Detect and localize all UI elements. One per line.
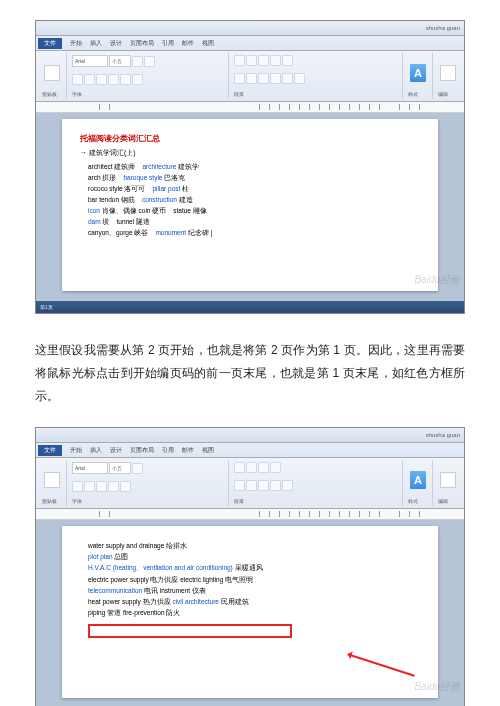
tab-design[interactable]: 设计	[110, 446, 122, 455]
title-bar: shusha guan	[36, 21, 464, 36]
multilevel-icon[interactable]	[258, 55, 269, 66]
grow-font-icon[interactable]	[132, 463, 143, 474]
shading-icon[interactable]	[282, 73, 293, 84]
keyword: plot plan	[88, 553, 113, 560]
align-center-icon[interactable]	[246, 480, 257, 491]
doc-line: telecommunication 电讯 instrument 仪表	[88, 585, 420, 596]
keyword: civil architecture	[172, 598, 219, 605]
strike-icon[interactable]	[108, 481, 119, 492]
bullets-icon[interactable]	[234, 55, 245, 66]
justify-icon[interactable]	[270, 480, 281, 491]
font-name-select[interactable]: Arial	[72, 462, 108, 474]
file-tab[interactable]: 文件	[38, 38, 62, 49]
cursor-position-highlight	[88, 624, 292, 638]
paragraph-label: 段落	[234, 91, 398, 97]
tab-mailings[interactable]: 邮件	[182, 39, 194, 48]
tab-layout[interactable]: 页面布局	[130, 446, 154, 455]
keyword: monument	[155, 229, 186, 236]
keyword: architecture	[142, 163, 176, 170]
align-left-icon[interactable]	[234, 73, 245, 84]
font-label: 字体	[72, 91, 224, 97]
keyword: H.V.A.C (heating、ventilation and air con…	[88, 564, 233, 571]
ribbon-tabs: 文件 开始 插入 设计 页面布局 引用 邮件 视图	[36, 443, 464, 458]
align-right-icon[interactable]	[258, 73, 269, 84]
doc-line: plot plan 总图	[88, 551, 420, 562]
edit-group: 编辑	[434, 460, 462, 506]
doc-line: electric power supply 电力供应 electric ligh…	[88, 574, 420, 585]
doc-line: water supply and drainage 给排水	[88, 540, 420, 551]
file-tab[interactable]: 文件	[38, 445, 62, 456]
find-icon[interactable]	[440, 65, 456, 81]
doc-line: architect 建筑师 architecture 建筑学	[88, 161, 420, 172]
clipboard-group: 剪贴板	[38, 53, 67, 99]
doc-line: canyon、gorge 峡谷 monument 纪念碑 |	[88, 227, 420, 238]
font-name-select[interactable]: Arial	[72, 55, 108, 67]
instruction-text: 这里假设我需要从第 2 页开始，也就是将第 2 页作为第 1 页。因此，这里再需…	[35, 339, 465, 407]
indent-left-icon[interactable]	[270, 55, 281, 66]
word-window-1: shusha guan 文件 开始 插入 设计 页面布局 引用 邮件 视图 剪贴…	[35, 20, 465, 314]
align-left-icon[interactable]	[234, 480, 245, 491]
watermark: Baidu经验	[414, 680, 460, 694]
tab-view[interactable]: 视图	[202, 446, 214, 455]
clipboard-label: 剪贴板	[42, 91, 62, 97]
tab-view[interactable]: 视图	[202, 39, 214, 48]
justify-icon[interactable]	[270, 73, 281, 84]
tab-home[interactable]: 开始	[70, 446, 82, 455]
align-right-icon[interactable]	[258, 480, 269, 491]
document-area: water supply and drainage 给排水plot plan 总…	[36, 520, 464, 706]
doc-line: dam 坝 tunnel 隧道	[88, 216, 420, 227]
bold-icon[interactable]	[72, 481, 83, 492]
text-color-icon[interactable]	[120, 481, 131, 492]
keyword: icon	[88, 207, 100, 214]
title-bar: shusha guan	[36, 428, 464, 443]
doc-line: rococo style 洛可可 pillar post 柱	[88, 183, 420, 194]
ruler	[36, 102, 464, 113]
bullets-icon[interactable]	[234, 462, 245, 473]
tab-layout[interactable]: 页面布局	[130, 39, 154, 48]
bold-icon[interactable]	[72, 74, 83, 85]
paragraph-group: 段落	[230, 53, 403, 99]
ruler	[36, 509, 464, 520]
tab-references[interactable]: 引用	[162, 446, 174, 455]
numbering-icon[interactable]	[246, 55, 257, 66]
find-icon[interactable]	[440, 472, 456, 488]
tab-insert[interactable]: 插入	[90, 446, 102, 455]
subscript-icon[interactable]	[120, 74, 131, 85]
borders-icon[interactable]	[282, 480, 293, 491]
doc-line: H.V.A.C (heating、ventilation and air con…	[88, 562, 420, 573]
ribbon-tabs: 文件 开始 插入 设计 页面布局 引用 邮件 视图	[36, 36, 464, 51]
font-size-select[interactable]: 小五	[109, 462, 131, 474]
page[interactable]: water supply and drainage 给排水plot plan 总…	[62, 526, 438, 698]
tab-references[interactable]: 引用	[162, 39, 174, 48]
styles-icon[interactable]: A	[410, 471, 426, 489]
italic-icon[interactable]	[84, 481, 95, 492]
numbering-icon[interactable]	[246, 462, 257, 473]
styles-icon[interactable]: A	[410, 64, 426, 82]
paste-icon[interactable]	[44, 65, 60, 81]
watermark: Baidu经验	[414, 273, 460, 287]
tab-insert[interactable]: 插入	[90, 39, 102, 48]
doc-title: 托福阅读分类词汇汇总	[80, 133, 420, 144]
paste-icon[interactable]	[44, 472, 60, 488]
clipboard-group: 剪贴板	[38, 460, 67, 506]
font-group: Arial 小五 字体	[68, 460, 229, 506]
align-center-icon[interactable]	[246, 73, 257, 84]
tab-mailings[interactable]: 邮件	[182, 446, 194, 455]
grow-font-icon[interactable]	[132, 56, 143, 67]
borders-icon[interactable]	[294, 73, 305, 84]
indent-left-icon[interactable]	[258, 462, 269, 473]
keyword: construction	[142, 196, 177, 203]
font-size-select[interactable]: 小五	[109, 55, 131, 67]
shrink-font-icon[interactable]	[144, 56, 155, 67]
indent-right-icon[interactable]	[282, 55, 293, 66]
italic-icon[interactable]	[84, 74, 95, 85]
styles-group: A 样式	[404, 53, 433, 99]
tab-home[interactable]: 开始	[70, 39, 82, 48]
underline-icon[interactable]	[96, 74, 107, 85]
page[interactable]: 托福阅读分类词汇汇总 建筑学词汇(上) architect 建筑师 archit…	[62, 119, 438, 291]
text-color-icon[interactable]	[132, 74, 143, 85]
underline-icon[interactable]	[96, 481, 107, 492]
indent-right-icon[interactable]	[270, 462, 281, 473]
strike-icon[interactable]	[108, 74, 119, 85]
tab-design[interactable]: 设计	[110, 39, 122, 48]
